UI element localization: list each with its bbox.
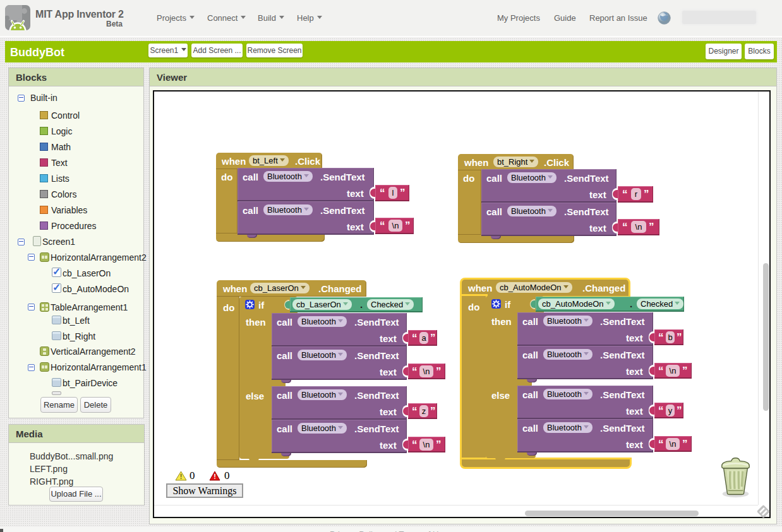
svg-text:!: ! [214,473,216,480]
svg-text:!: ! [180,473,183,480]
